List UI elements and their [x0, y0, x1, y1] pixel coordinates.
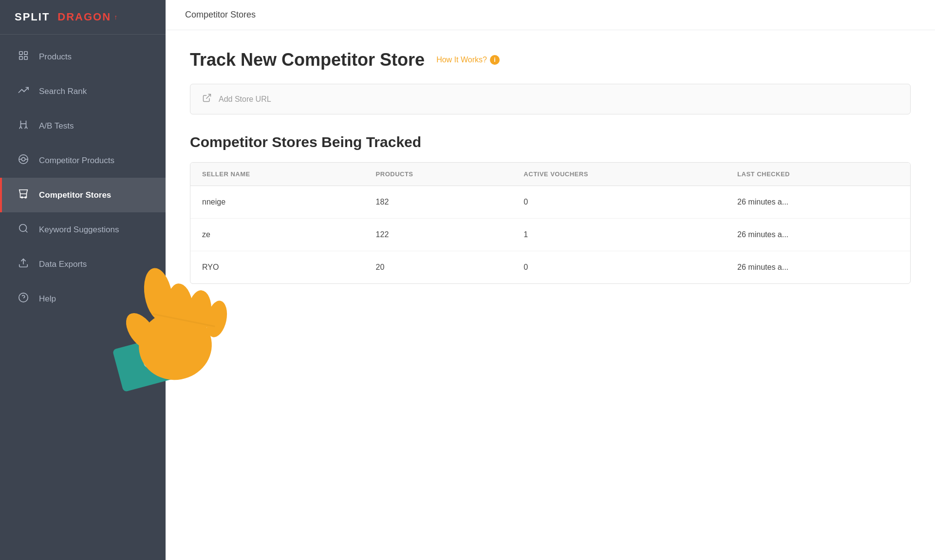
cell-last-checked: 26 minutes a... [726, 219, 910, 251]
cell-last-checked: 26 minutes a... [726, 251, 910, 284]
cell-active-vouchers: 1 [512, 219, 726, 251]
add-store-label: Add Store URL [219, 95, 271, 104]
topbar: Competitor Stores [166, 0, 935, 30]
main-content: Competitor Stores Track New Competitor S… [166, 0, 935, 560]
sidebar-item-keyword-suggestions[interactable]: Keyword Suggestions [0, 212, 166, 247]
add-store-input-box[interactable]: Add Store URL [190, 84, 911, 114]
page-heading-row: Track New Competitor Store How It Works?… [190, 50, 911, 70]
col-last-checked: LAST CHECKED [726, 163, 910, 186]
sidebar-nav: Products Search Rank A/B Tests [0, 35, 166, 316]
sidebar: SPLIT DRAGON ↑ Products Search Rank [0, 0, 166, 560]
cell-last-checked: 26 minutes a... [726, 186, 910, 219]
svg-rect-1 [24, 52, 27, 55]
cell-products: 20 [364, 251, 512, 284]
content-area: Track New Competitor Store How It Works?… [166, 30, 935, 560]
keyword-suggestions-icon [17, 223, 30, 236]
search-rank-label: Search Rank [39, 87, 87, 96]
competitor-products-icon [17, 154, 30, 167]
help-label: Help [39, 294, 56, 304]
logo-dragon: DRAGON [57, 11, 111, 23]
help-icon [17, 292, 30, 305]
competitor-products-label: Competitor Products [39, 156, 114, 166]
svg-rect-0 [19, 52, 22, 55]
svg-point-5 [21, 157, 25, 161]
ab-tests-label: A/B Tests [39, 121, 74, 131]
cell-active-vouchers: 0 [512, 186, 726, 219]
svg-rect-2 [19, 56, 22, 59]
page-heading: Track New Competitor Store [190, 50, 425, 70]
competitor-stores-icon [17, 188, 30, 202]
sidebar-item-competitor-stores[interactable]: Competitor Stores [0, 178, 166, 212]
logo-split: SPLIT [15, 11, 50, 23]
cell-seller-name: ze [190, 219, 364, 251]
competitor-stores-table-wrapper: SELLER NAME PRODUCTS ACTIVE VOUCHERS LAS… [190, 162, 911, 284]
svg-point-10 [19, 224, 27, 232]
cell-seller-name: nneige [190, 186, 364, 219]
search-rank-icon [17, 85, 30, 98]
table-row[interactable]: ze 122 1 26 minutes a... [190, 219, 910, 251]
ab-tests-icon [17, 119, 30, 132]
data-exports-label: Data Exports [39, 260, 87, 269]
sidebar-item-help[interactable]: Help [0, 281, 166, 316]
keyword-suggestions-label: Keyword Suggestions [39, 225, 119, 235]
svg-point-13 [19, 293, 28, 302]
sidebar-item-competitor-products[interactable]: Competitor Products [0, 143, 166, 178]
logo-arrow: ↑ [114, 13, 117, 21]
table-body: nneige 182 0 26 minutes a... ze 122 1 26… [190, 186, 910, 284]
sidebar-item-products[interactable]: Products [0, 39, 166, 74]
sidebar-item-search-rank[interactable]: Search Rank [0, 74, 166, 109]
cell-active-vouchers: 0 [512, 251, 726, 284]
external-link-icon [202, 93, 212, 105]
competitor-stores-label: Competitor Stores [39, 190, 111, 200]
data-exports-icon [17, 258, 30, 271]
table-header: SELLER NAME PRODUCTS ACTIVE VOUCHERS LAS… [190, 163, 910, 186]
col-active-vouchers: ACTIVE VOUCHERS [512, 163, 726, 186]
svg-line-15 [206, 94, 210, 99]
topbar-title: Competitor Stores [185, 10, 256, 20]
col-seller-name: SELLER NAME [190, 163, 364, 186]
info-icon: i [490, 55, 500, 65]
logo: SPLIT DRAGON ↑ [0, 0, 166, 35]
svg-line-11 [25, 230, 27, 232]
competitor-stores-table: SELLER NAME PRODUCTS ACTIVE VOUCHERS LAS… [190, 163, 910, 283]
cell-products: 182 [364, 186, 512, 219]
sidebar-item-ab-tests[interactable]: A/B Tests [0, 109, 166, 143]
how-it-works-link[interactable]: How It Works? i [436, 55, 500, 65]
products-icon [17, 50, 30, 63]
section-heading: Competitor Stores Being Tracked [190, 134, 911, 150]
table-row[interactable]: RYO 20 0 26 minutes a... [190, 251, 910, 284]
products-label: Products [39, 52, 72, 62]
col-products: PRODUCTS [364, 163, 512, 186]
table-row[interactable]: nneige 182 0 26 minutes a... [190, 186, 910, 219]
svg-rect-3 [24, 56, 27, 59]
sidebar-item-data-exports[interactable]: Data Exports [0, 247, 166, 281]
cell-seller-name: RYO [190, 251, 364, 284]
cell-products: 122 [364, 219, 512, 251]
how-it-works-label: How It Works? [436, 56, 487, 64]
